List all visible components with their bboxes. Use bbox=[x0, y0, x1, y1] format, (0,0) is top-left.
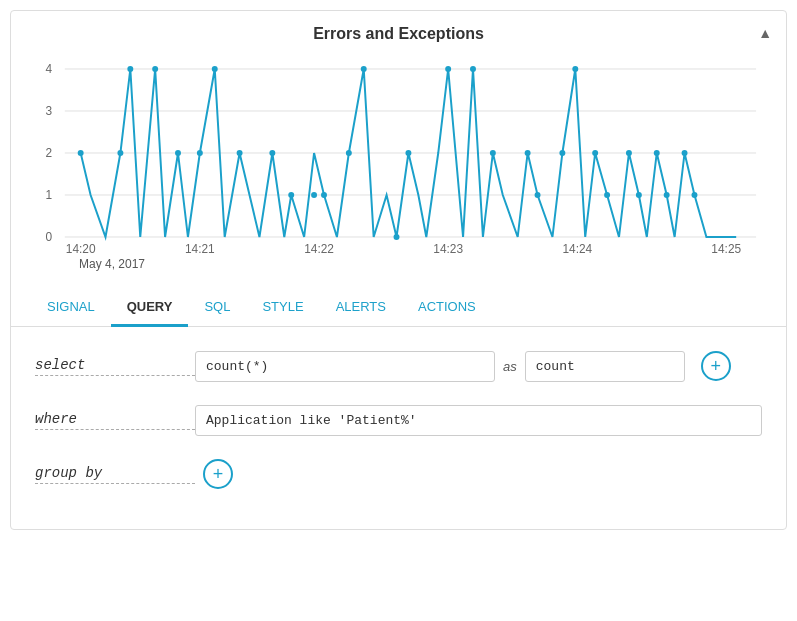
card-header: Errors and Exceptions ▲ bbox=[11, 11, 786, 49]
chart-area: 4 3 2 1 0 14:20 14:21 14:22 14:23 14:24 … bbox=[11, 49, 786, 289]
chart-point bbox=[117, 150, 123, 156]
where-label: where bbox=[35, 411, 195, 430]
chart-point bbox=[664, 192, 670, 198]
chart-point bbox=[535, 192, 541, 198]
chart-point bbox=[572, 66, 578, 72]
tab-sql[interactable]: SQL bbox=[188, 289, 246, 327]
where-input[interactable] bbox=[195, 405, 762, 436]
svg-text:3: 3 bbox=[46, 104, 53, 118]
chart-point bbox=[212, 66, 218, 72]
chart-point bbox=[604, 192, 610, 198]
chart-point bbox=[394, 234, 400, 240]
svg-text:14:22: 14:22 bbox=[304, 242, 334, 255]
chart-point bbox=[682, 150, 688, 156]
svg-text:1: 1 bbox=[46, 188, 53, 202]
as-label: as bbox=[503, 359, 517, 374]
chart-point bbox=[692, 192, 698, 198]
main-card: Errors and Exceptions ▲ 4 3 2 1 0 14:20 … bbox=[10, 10, 787, 530]
select-inputs: as + bbox=[195, 351, 762, 382]
svg-text:14:23: 14:23 bbox=[433, 242, 463, 255]
chart-point bbox=[559, 150, 565, 156]
chart-point bbox=[321, 192, 327, 198]
chart-point bbox=[361, 66, 367, 72]
collapse-button[interactable]: ▲ bbox=[758, 25, 772, 41]
chart-point bbox=[490, 150, 496, 156]
groupby-row: group by + bbox=[35, 455, 762, 493]
chart-date: May 4, 2017 bbox=[31, 255, 766, 279]
chart-svg: 4 3 2 1 0 14:20 14:21 14:22 14:23 14:24 … bbox=[31, 55, 766, 255]
chart-point bbox=[78, 150, 84, 156]
svg-text:0: 0 bbox=[46, 230, 53, 244]
chart-container: 4 3 2 1 0 14:20 14:21 14:22 14:23 14:24 … bbox=[31, 55, 766, 255]
chart-point bbox=[127, 66, 133, 72]
chart-point bbox=[175, 150, 181, 156]
tab-bar: SIGNAL QUERY SQL STYLE ALERTS ACTIONS bbox=[11, 289, 786, 327]
groupby-add-button[interactable]: + bbox=[203, 459, 233, 489]
select-add-button[interactable]: + bbox=[701, 351, 731, 381]
chart-point bbox=[470, 66, 476, 72]
tab-query[interactable]: QUERY bbox=[111, 289, 189, 327]
where-row: where bbox=[35, 401, 762, 439]
chart-point bbox=[445, 66, 451, 72]
chart-point bbox=[269, 150, 275, 156]
svg-text:14:20: 14:20 bbox=[66, 242, 96, 255]
chart-point bbox=[626, 150, 632, 156]
chart-point bbox=[288, 192, 294, 198]
svg-text:14:21: 14:21 bbox=[185, 242, 215, 255]
card-title: Errors and Exceptions bbox=[313, 25, 484, 43]
chart-point bbox=[152, 66, 158, 72]
select-alias-input[interactable] bbox=[525, 351, 685, 382]
chart-point bbox=[654, 150, 660, 156]
query-section: select as + where group by + bbox=[11, 327, 786, 529]
chart-point bbox=[636, 192, 642, 198]
select-func-input[interactable] bbox=[195, 351, 495, 382]
tab-actions[interactable]: ACTIONS bbox=[402, 289, 492, 327]
svg-text:2: 2 bbox=[46, 146, 53, 160]
svg-text:14:24: 14:24 bbox=[562, 242, 592, 255]
chart-point bbox=[237, 150, 243, 156]
chart-point bbox=[405, 150, 411, 156]
chart-point bbox=[592, 150, 598, 156]
chart-point bbox=[525, 150, 531, 156]
groupby-label: group by bbox=[35, 465, 195, 484]
select-label: select bbox=[35, 357, 195, 376]
chart-point bbox=[197, 150, 203, 156]
tab-style[interactable]: STYLE bbox=[246, 289, 319, 327]
chart-point bbox=[346, 150, 352, 156]
svg-text:4: 4 bbox=[46, 62, 53, 76]
tab-alerts[interactable]: ALERTS bbox=[320, 289, 402, 327]
select-row: select as + bbox=[35, 347, 762, 385]
tab-signal[interactable]: SIGNAL bbox=[31, 289, 111, 327]
svg-text:14:25: 14:25 bbox=[711, 242, 741, 255]
chart-point bbox=[311, 192, 317, 198]
